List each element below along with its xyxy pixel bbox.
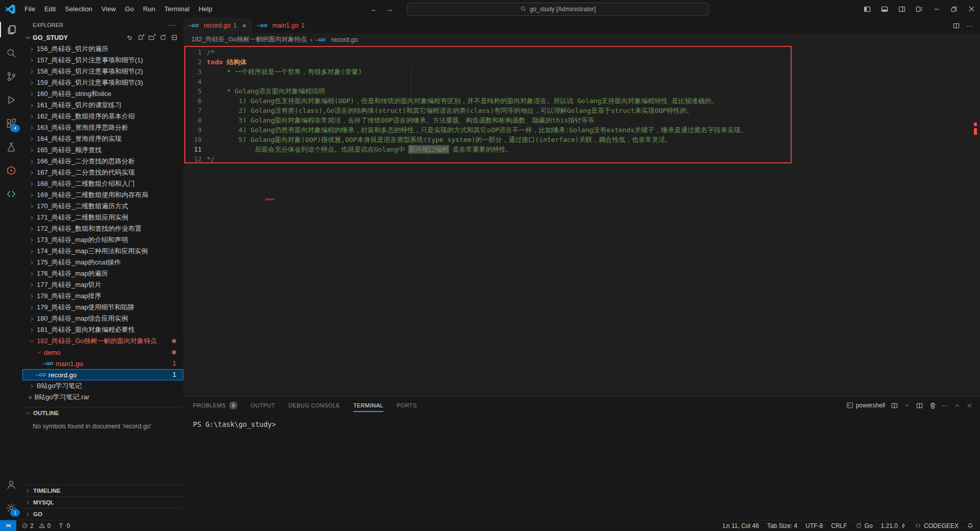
tree-item-172_尚硅谷_数组和查找的作业布置[interactable]: 172_尚硅谷_数组和查找的作业布置 — [22, 223, 183, 234]
tree-item-160_尚硅谷_string和slice[interactable]: 160_尚硅谷_string和slice — [22, 88, 183, 100]
breadcrumb-file[interactable]: record.go — [331, 36, 358, 43]
customize-layout-icon[interactable] — [911, 0, 928, 18]
notifications-bell[interactable] — [967, 522, 974, 529]
activity-source-control[interactable] — [0, 65, 22, 88]
menu-help[interactable]: Help — [194, 3, 217, 15]
terminal-shell-item[interactable]: powershell — [846, 402, 885, 409]
status-tab-size-4[interactable]: Tab Size: 4 — [767, 522, 797, 529]
nav-back-icon[interactable]: ← — [370, 5, 378, 14]
toggle-secondary-sidebar-icon[interactable] — [893, 0, 911, 18]
editor-more-icon[interactable]: ··· — [966, 22, 973, 30]
activity-extensions[interactable]: 4 — [0, 112, 22, 135]
menu-edit[interactable]: Edit — [40, 3, 60, 15]
terminal-prompt[interactable]: PS G:\task\go_study> — [193, 420, 980, 428]
minimize-button[interactable] — [928, 0, 945, 18]
tree-item-176_尚硅谷_map的遍历[interactable]: 176_尚硅谷_map的遍历 — [22, 268, 183, 279]
tree-item-173_尚硅谷_map的介绍和声明[interactable]: 173_尚硅谷_map的介绍和声明 — [22, 234, 183, 246]
status-1-21-0[interactable]: 1.21.0 — [881, 522, 906, 529]
tree-item-165_尚硅谷_顺序查找[interactable]: 165_尚硅谷_顺序查找 — [22, 144, 183, 156]
menu-view[interactable]: View — [97, 3, 120, 15]
tree-item-167_尚硅谷_二分查找的代码实现[interactable]: 167_尚硅谷_二分查找的代码实现 — [22, 167, 183, 178]
restore-button[interactable] — [945, 0, 963, 18]
tree-item-166_尚硅谷_二分查找的思路分析[interactable]: 166_尚硅谷_二分查找的思路分析 — [22, 156, 183, 167]
activity-search[interactable] — [0, 41, 22, 65]
ports-status[interactable]: 0 — [58, 522, 70, 529]
split-editor-icon[interactable] — [952, 22, 960, 30]
tree-item-169_尚硅谷_二维数组使用和内存布局[interactable]: 169_尚硅谷_二维数组使用和内存布局 — [22, 189, 183, 201]
split-panel-icon[interactable] — [916, 402, 923, 409]
menu-run[interactable]: Run — [138, 3, 160, 15]
tree-item-164_尚硅谷_冒泡排序的实现[interactable]: 164_尚硅谷_冒泡排序的实现 — [22, 133, 183, 144]
problems-status[interactable]: 2 0 — [21, 522, 51, 529]
section-go[interactable]: GO — [22, 508, 183, 520]
explorer-more-icon[interactable]: ··· — [168, 21, 176, 29]
section-mysql[interactable]: MYSQL — [22, 496, 183, 508]
menu-terminal[interactable]: Terminal — [160, 3, 194, 15]
tree-item-178_尚硅谷_map排序[interactable]: 178_尚硅谷_map排序 — [22, 291, 183, 302]
outline-header[interactable]: OUTLINE — [22, 407, 183, 419]
tree-item-158_尚硅谷_切片注意事项和细节(2)[interactable]: 158_尚硅谷_切片注意事项和细节(2) — [22, 66, 183, 77]
breadcrumb-folder[interactable]: 182_尚硅谷_Go独树一帜的面向对象特点 — [191, 35, 307, 44]
panel-tab-output[interactable]: OUTPUT — [251, 397, 275, 414]
tree-item-170_尚硅谷_二维数组遍历方式[interactable]: 170_尚硅谷_二维数组遍历方式 — [22, 201, 183, 212]
activity-explorer[interactable] — [0, 18, 22, 41]
activity-account[interactable] — [0, 473, 22, 496]
code-editor[interactable]: 1/*2todo 结构体3 * 一个程序就是一个世界，有很多对象(变量)45 *… — [183, 46, 974, 396]
tree-item-163_尚硅谷_冒泡排序思路分析[interactable]: 163_尚硅谷_冒泡排序思路分析 — [22, 122, 183, 133]
tree-item-record.go[interactable]: GOrecord.go1 — [22, 369, 183, 380]
status-utf-8[interactable]: UTF-8 — [805, 522, 823, 529]
tree-item-main1.go[interactable]: GOmain1.go1 — [22, 358, 183, 369]
tree-item-181_尚硅谷_面向对象编程必要性[interactable]: 181_尚硅谷_面向对象编程必要性 — [22, 324, 183, 335]
panel-tab-problems[interactable]: PROBLEMS2 — [193, 397, 237, 414]
command-center-search[interactable]: go_study [Administrator] — [407, 3, 709, 16]
tree-item-182_尚硅谷_Go独树一帜的面向对象特点[interactable]: 182_尚硅谷_Go独树一帜的面向对象特点 — [22, 335, 183, 347]
refresh-icon[interactable] — [159, 34, 167, 41]
new-folder-icon[interactable] — [148, 34, 156, 41]
collapse-all-icon[interactable] — [170, 34, 178, 41]
tree-item-171_尚硅谷_二维数组应用实例[interactable]: 171_尚硅谷_二维数组应用实例 — [22, 212, 183, 223]
tree-item-177_尚硅谷_map切片[interactable]: 177_尚硅谷_map切片 — [22, 279, 183, 291]
menu-file[interactable]: File — [20, 3, 40, 15]
tree-item-demo[interactable]: demo — [22, 347, 183, 358]
close-tab-icon[interactable]: × — [242, 22, 247, 30]
trash-icon[interactable] — [929, 402, 937, 409]
tree-item-159_尚硅谷_切片注意事项和细节(3)[interactable]: 159_尚硅谷_切片注意事项和细节(3) — [22, 77, 183, 88]
undo-icon[interactable] — [126, 34, 133, 41]
activity-settings[interactable]: 1 — [0, 496, 22, 520]
menu-go[interactable]: Go — [120, 3, 138, 15]
tree-item-B站go学习笔记[interactable]: B站go学习笔记 — [22, 380, 183, 392]
tree-item-162_尚硅谷_数组排序的基本介绍[interactable]: 162_尚硅谷_数组排序的基本介绍 — [22, 111, 183, 122]
tree-item-B站go学习笔记.rar[interactable]: ≡B站go学习笔记.rar — [22, 392, 183, 403]
status-go[interactable]: Go — [855, 522, 873, 529]
tab-main1.go[interactable]: GOmain1.go1 — [252, 18, 310, 33]
toggle-sidebar-icon[interactable] — [859, 0, 876, 18]
activity-run-debug[interactable] — [0, 88, 22, 112]
tab-record.go[interactable]: GOrecord.go1× — [183, 18, 252, 33]
remote-indicator[interactable]: >< — [0, 520, 16, 531]
nav-forward-icon[interactable]: → — [385, 5, 394, 14]
chevron-down-icon[interactable] — [904, 402, 910, 408]
activity-plugin-red[interactable] — [0, 159, 22, 182]
status-ln-11-col-46[interactable]: Ln 11, Col 46 — [723, 522, 759, 529]
tree-item-157_尚硅谷_切片注意事项和细节(1)[interactable]: 157_尚硅谷_切片注意事项和细节(1) — [22, 55, 183, 66]
tree-item-168_尚硅谷_二维数组介绍和入门[interactable]: 168_尚硅谷_二维数组介绍和入门 — [22, 178, 183, 189]
chevron-up-icon[interactable] — [954, 402, 961, 409]
new-file-icon[interactable] — [137, 34, 144, 41]
menu-selection[interactable]: Selection — [60, 3, 96, 15]
tree-item-180_尚硅谷_map综合应用实例[interactable]: 180_尚硅谷_map综合应用实例 — [22, 313, 183, 324]
tree-item-156_尚硅谷_切片的遍历[interactable]: 156_尚硅谷_切片的遍历 — [22, 43, 183, 55]
panel-more-icon[interactable]: ··· — [942, 402, 948, 409]
toggle-panel-icon[interactable] — [876, 0, 893, 18]
tree-item-161_尚硅谷_切片的课堂练习[interactable]: 161_尚硅谷_切片的课堂练习 — [22, 100, 183, 111]
status-crlf[interactable]: CRLF — [831, 522, 847, 529]
tree-item-175_尚硅谷_map的crud操作[interactable]: 175_尚硅谷_map的crud操作 — [22, 257, 183, 268]
status-codegeex[interactable]: CODEGEEX — [915, 522, 959, 529]
activity-codegeex[interactable] — [0, 182, 22, 206]
activity-testing[interactable] — [0, 135, 22, 159]
workspace-section-header[interactable]: GO_STUDY — [22, 32, 183, 43]
close-panel-icon[interactable] — [966, 402, 973, 409]
panel-tab-debug-console[interactable]: DEBUG CONSOLE — [288, 397, 340, 414]
section-timeline[interactable]: TIMELINE — [22, 485, 183, 496]
close-window-button[interactable] — [963, 0, 980, 18]
panel-tab-terminal[interactable]: TERMINAL — [353, 397, 383, 414]
